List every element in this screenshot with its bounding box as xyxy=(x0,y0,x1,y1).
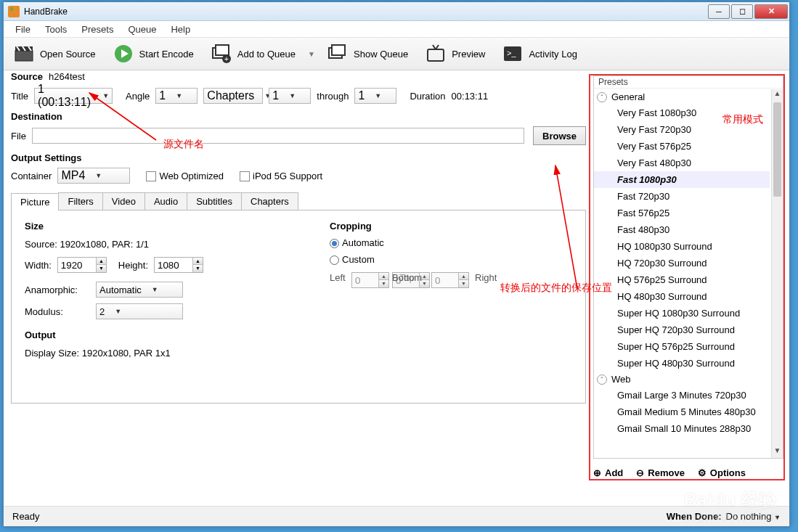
preset-item[interactable]: Very Fast 576p25 xyxy=(594,138,770,155)
preset-options-button[interactable]: ⚙Options xyxy=(698,467,746,478)
preset-add-button[interactable]: ⊕Add xyxy=(593,467,623,478)
crop-custom-radio[interactable] xyxy=(330,255,339,265)
web-optimized-checkbox[interactable]: Web Optimized xyxy=(146,169,224,182)
tab-audio[interactable]: Audio xyxy=(144,192,187,210)
chapter-start-select[interactable]: 1▼ xyxy=(269,88,311,104)
menu-tools[interactable]: Tools xyxy=(38,22,74,36)
spinner-down-icon[interactable]: ▼ xyxy=(192,265,203,272)
preset-item[interactable]: Very Fast 1080p30 xyxy=(594,105,770,121)
crop-bottom-label: Bottom xyxy=(392,272,422,283)
source-value: h264test xyxy=(49,71,85,82)
height-spinner[interactable]: ▲▼ xyxy=(154,257,203,273)
picture-tab-body: Size Source: 1920x1080, PAR: 1/1 Width: … xyxy=(11,210,586,404)
toolbar: Open Source Start Encode + Add to Queue … xyxy=(4,37,789,70)
presets-panel: Presets ˆGeneralVery Fast 1080p30Very Fa… xyxy=(593,75,783,459)
collapse-icon[interactable]: ˆ xyxy=(597,92,607,102)
size-label: Size xyxy=(25,221,286,232)
crop-left-spinner[interactable]: ▲▼ xyxy=(351,272,389,288)
angle-select[interactable]: 1▼ xyxy=(155,88,198,104)
browse-button[interactable]: Browse xyxy=(533,126,586,145)
preset-item[interactable]: Fast 480p30 xyxy=(594,221,770,238)
minimize-button[interactable]: ─ xyxy=(708,4,730,19)
duration-value: 00:13:11 xyxy=(452,91,489,102)
range-mode-select[interactable]: Chapters▼ xyxy=(203,88,263,104)
preset-item[interactable]: Very Fast 720p30 xyxy=(594,121,770,138)
terminal-icon: >_ xyxy=(502,44,523,64)
anamorphic-select[interactable]: Automatic▼ xyxy=(96,282,183,298)
menu-file[interactable]: File xyxy=(8,22,38,36)
add-to-queue-label: Add to Queue xyxy=(237,49,296,60)
svg-rect-8 xyxy=(216,45,229,55)
crop-right-spinner[interactable]: ▲▼ xyxy=(431,272,469,288)
menu-presets[interactable]: Presets xyxy=(74,22,121,36)
preset-actions: ⊕Add ⊖Remove ⚙Options xyxy=(593,463,783,482)
preset-remove-button[interactable]: ⊖Remove xyxy=(636,467,685,478)
show-queue-button[interactable]: Show Queue xyxy=(322,41,414,67)
tab-subtitles[interactable]: Subtitles xyxy=(187,192,242,210)
add-to-queue-button[interactable]: + Add to Queue xyxy=(205,41,301,67)
duration-label: Duration xyxy=(410,91,445,102)
crop-right-label: Right xyxy=(475,272,497,283)
preset-item[interactable]: Super HQ 1080p30 Surround xyxy=(594,305,770,322)
preset-item[interactable]: HQ 1080p30 Surround xyxy=(594,238,770,255)
svg-rect-13 xyxy=(428,49,444,61)
chapter-end-select[interactable]: 1▼ xyxy=(354,88,396,104)
preset-item[interactable]: Fast 720p30 xyxy=(594,188,770,205)
tab-video[interactable]: Video xyxy=(102,192,145,210)
preview-button[interactable]: Preview xyxy=(420,41,491,67)
menu-queue[interactable]: Queue xyxy=(121,22,163,36)
destination-file-input[interactable] xyxy=(32,128,524,144)
preset-item[interactable]: Fast 576p25 xyxy=(594,205,770,221)
title-select[interactable]: 1 (00:13:11)▼ xyxy=(34,88,113,104)
preset-item[interactable]: Super HQ 720p30 Surround xyxy=(594,322,770,338)
preset-item[interactable]: HQ 480p30 Surround xyxy=(594,288,770,305)
display-size: Display Size: 1920x1080, PAR 1x1 xyxy=(25,348,286,359)
start-encode-button[interactable]: Start Encode xyxy=(107,41,200,67)
tab-picture[interactable]: Picture xyxy=(11,193,59,210)
modulus-select[interactable]: 2▼ xyxy=(96,303,183,319)
preset-category[interactable]: ˆGeneral xyxy=(594,89,770,105)
statusbar: Ready When Done: Do nothing ▼ xyxy=(4,506,789,526)
presets-tree[interactable]: ˆGeneralVery Fast 1080p30Very Fast 720p3… xyxy=(594,89,770,458)
status-ready: Ready xyxy=(12,511,40,522)
preset-item[interactable]: Super HQ 576p25 Surround xyxy=(594,338,770,355)
tab-filters[interactable]: Filters xyxy=(58,192,102,210)
crop-auto-radio[interactable] xyxy=(330,239,339,248)
preview-label: Preview xyxy=(452,49,485,60)
gear-icon: ⚙ xyxy=(698,467,707,478)
preset-item[interactable]: Gmail Large 3 Minutes 720p30 xyxy=(594,387,770,404)
preset-item[interactable]: Very Fast 480p30 xyxy=(594,155,770,171)
start-encode-label: Start Encode xyxy=(139,49,194,60)
width-spinner[interactable]: ▲▼ xyxy=(57,257,107,273)
preset-item[interactable]: Gmail Medium 5 Minutes 480p30 xyxy=(594,404,770,420)
spinner-down-icon[interactable]: ▼ xyxy=(96,265,106,272)
collapse-icon[interactable]: ˆ xyxy=(597,375,607,385)
activity-log-button[interactable]: >_ Activity Log xyxy=(497,41,582,67)
scrollbar-thumb[interactable] xyxy=(773,102,781,197)
preset-item[interactable]: Fast 1080p30 xyxy=(594,171,770,188)
anamorphic-label: Anamorphic: xyxy=(25,285,90,295)
preset-item[interactable]: Gmail Small 10 Minutes 288p30 xyxy=(594,420,770,437)
scroll-up-icon[interactable]: ▲ xyxy=(772,89,783,101)
preset-item[interactable]: HQ 720p30 Surround xyxy=(594,255,770,271)
scroll-down-icon[interactable]: ▼ xyxy=(772,446,783,458)
ipod-checkbox[interactable]: iPod 5G Support xyxy=(240,169,322,182)
preset-item[interactable]: Super HQ 480p30 Surround xyxy=(594,355,770,372)
preset-category[interactable]: ˆWeb xyxy=(594,372,770,387)
spinner-up-icon[interactable]: ▲ xyxy=(96,258,106,265)
menu-help[interactable]: Help xyxy=(163,22,198,36)
content-area: Source h264test Title 1 (00:13:11)▼ Angl… xyxy=(4,71,789,506)
preset-item[interactable]: HQ 576p25 Surround xyxy=(594,271,770,288)
main-panel: Source h264test Title 1 (00:13:11)▼ Angl… xyxy=(11,71,586,404)
window-frame: HandBrake ─ ◻ ✕ File Tools Presets Queue… xyxy=(3,1,790,527)
container-select[interactable]: MP4▼ xyxy=(57,168,130,184)
width-label: Width: xyxy=(25,260,52,271)
open-source-button[interactable]: Open Source xyxy=(8,41,102,67)
maximize-button[interactable]: ◻ xyxy=(731,4,753,19)
spinner-up-icon[interactable]: ▲ xyxy=(192,258,203,265)
presets-scrollbar[interactable]: ▲ ▼ xyxy=(771,89,783,458)
tab-chapters[interactable]: Chapters xyxy=(241,192,298,210)
close-button[interactable]: ✕ xyxy=(754,4,788,19)
destination-label: Destination xyxy=(11,111,586,122)
dropdown-caret-icon[interactable]: ▼ xyxy=(307,50,316,58)
